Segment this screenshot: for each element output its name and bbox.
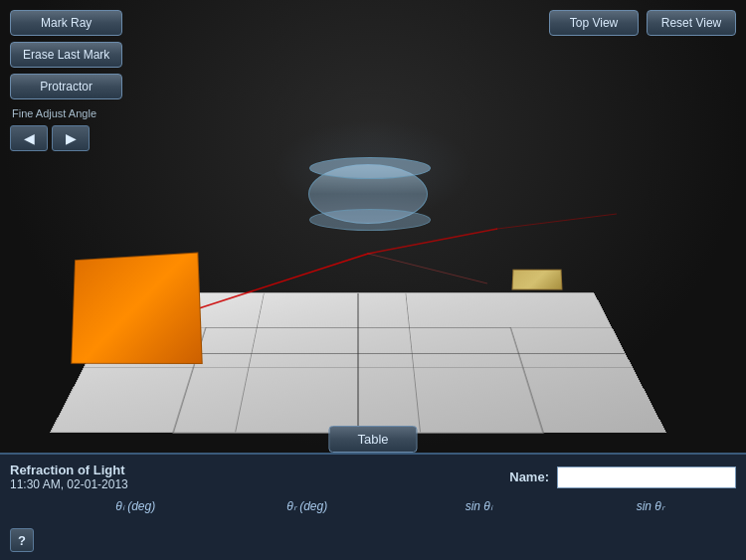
- col-header-sin-theta-r: sin θᵣ: [565, 499, 737, 513]
- table-column-headers: θᵢ (deg) θᵣ (deg) sin θᵢ sin θᵣ: [0, 495, 746, 513]
- table-button-container: Table: [328, 426, 417, 453]
- top-view-button[interactable]: Top View: [549, 10, 639, 36]
- reset-view-button[interactable]: Reset View: [647, 10, 736, 36]
- name-row: Name:: [509, 467, 736, 488]
- grid-line-v1: [236, 293, 266, 433]
- detector-rectangle: [512, 270, 563, 290]
- top-left-toolbar: Mark Ray Erase Last Mark Protractor Fine…: [10, 10, 122, 151]
- name-input[interactable]: [557, 467, 736, 488]
- lens-object: [308, 154, 428, 234]
- fine-adjust-controls: ◀ ▶: [10, 125, 122, 151]
- crosshair-vertical: [358, 293, 359, 433]
- erase-last-mark-button[interactable]: Erase Last Mark: [10, 42, 122, 68]
- svg-line-2: [497, 214, 617, 229]
- col-header-theta-r: θᵣ (deg): [222, 499, 394, 513]
- bottom-panel: Refraction of Light 11:30 AM, 02-01-2013…: [0, 453, 746, 560]
- svg-line-3: [368, 254, 487, 283]
- help-button[interactable]: ?: [10, 528, 34, 552]
- fine-adjust-label: Fine Adjust Angle: [10, 107, 122, 119]
- bottom-info-row: Refraction of Light 11:30 AM, 02-01-2013…: [0, 455, 746, 495]
- experiment-title: Refraction of Light: [10, 463, 128, 477]
- mark-ray-button[interactable]: Mark Ray: [10, 10, 122, 36]
- light-source-block: [71, 253, 202, 364]
- top-right-toolbar: Top View Reset View: [549, 10, 736, 36]
- name-label: Name:: [509, 469, 549, 484]
- grid-line-v2: [405, 293, 420, 433]
- col-header-theta-i: θᵢ (deg): [50, 499, 222, 513]
- experiment-info: Refraction of Light 11:30 AM, 02-01-2013: [10, 463, 128, 491]
- protractor-button[interactable]: Protractor: [10, 74, 122, 99]
- col-header-sin-theta-i: sin θᵢ: [393, 499, 565, 513]
- angle-decrease-button[interactable]: ◀: [10, 125, 48, 151]
- table-button[interactable]: Table: [328, 426, 417, 453]
- angle-increase-button[interactable]: ▶: [52, 125, 90, 151]
- lens-cylinder: [308, 164, 428, 224]
- experiment-timestamp: 11:30 AM, 02-01-2013: [10, 477, 128, 491]
